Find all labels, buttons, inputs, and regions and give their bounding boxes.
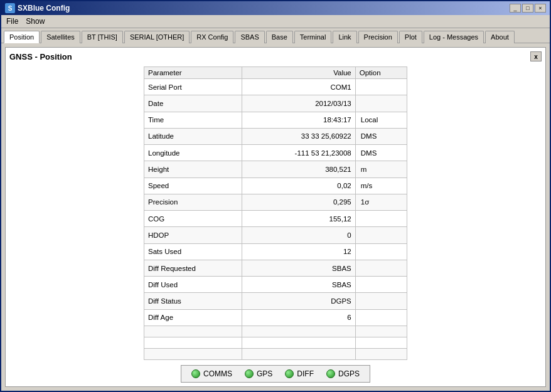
option-cell <box>355 79 407 95</box>
table-row: Latitude 33 33 25,60922 DMS <box>144 128 407 144</box>
dgps-dot <box>326 369 335 378</box>
param-cell: Speed <box>144 177 242 194</box>
value-cell: 6 <box>242 309 355 326</box>
option-cell <box>355 309 407 326</box>
table-wrapper: Parameter Value Option Serial Port COM1 … <box>9 66 542 360</box>
value-cell: DGPS <box>242 293 355 309</box>
tab-sbas[interactable]: SBAS <box>235 31 264 43</box>
option-cell <box>355 260 407 276</box>
tab-bt[interactable]: BT [THIS] <box>82 31 123 43</box>
param-cell: Diff Requested <box>144 260 242 276</box>
value-cell: 12 <box>242 243 355 260</box>
status-comms: COMMS <box>191 369 232 378</box>
col-header-parameter: Parameter <box>144 67 242 79</box>
title-bar: S SXBlue Config _ □ × <box>1 1 550 15</box>
table-row: Height 380,521 m <box>144 161 407 177</box>
maximize-button[interactable]: □ <box>522 4 533 13</box>
menu-show[interactable]: Show <box>23 16 47 26</box>
title-bar-left: S SXBlue Config <box>5 3 70 13</box>
value-cell: 380,521 <box>242 161 355 177</box>
param-cell: Diff Used <box>144 277 242 293</box>
param-cell: Precision <box>144 194 242 210</box>
gps-dot <box>245 369 254 378</box>
tab-about[interactable]: About <box>485 31 515 43</box>
param-cell: Diff Status <box>144 293 242 309</box>
menu-file[interactable]: File <box>4 16 21 26</box>
param-cell: COG <box>144 211 242 227</box>
table-row <box>144 326 407 337</box>
content-area: GNSS - Position x Parameter Value Option <box>1 43 550 391</box>
table-row: Longitude -111 53 21,23008 DMS <box>144 145 407 161</box>
param-cell: Latitude <box>144 128 242 144</box>
value-cell: 155,12 <box>242 211 355 227</box>
option-cell: 1σ <box>355 194 407 210</box>
tab-satellites[interactable]: Satellites <box>41 31 80 43</box>
table-row: Diff Used SBAS <box>144 277 407 293</box>
value-cell: 0,02 <box>242 177 355 194</box>
tab-position[interactable]: Position <box>4 31 40 43</box>
diff-label: DIFF <box>297 369 314 378</box>
table-row: Precision 0,295 1σ <box>144 194 407 210</box>
param-cell: Diff Age <box>144 309 242 326</box>
status-dgps: DGPS <box>326 369 360 378</box>
table-row: Time 18:43:17 Local <box>144 112 407 128</box>
status-gps: GPS <box>245 369 272 378</box>
main-window: S SXBlue Config _ □ × File Show Position… <box>0 0 551 392</box>
tab-terminal[interactable]: Terminal <box>294 31 332 43</box>
option-cell <box>355 293 407 309</box>
comms-label: COMMS <box>203 369 232 378</box>
position-panel: GNSS - Position x Parameter Value Option <box>5 47 546 387</box>
status-panel: COMMS GPS DIFF DGPS <box>181 365 370 383</box>
param-cell: Time <box>144 112 242 128</box>
option-cell: DMS <box>355 128 407 144</box>
col-header-option: Option <box>355 67 407 79</box>
table-row: HDOP 0 <box>144 227 407 243</box>
table-row: Serial Port COM1 <box>144 79 407 95</box>
param-cell: Longitude <box>144 145 242 161</box>
tab-link[interactable]: Link <box>333 31 356 43</box>
tabs-bar: Position Satellites BT [THIS] SERIAL [OT… <box>1 28 550 43</box>
param-cell: Serial Port <box>144 79 242 95</box>
panel-title: GNSS - Position <box>9 52 72 61</box>
table-row: Sats Used 12 <box>144 243 407 260</box>
param-cell: Sats Used <box>144 243 242 260</box>
window-title: SXBlue Config <box>18 4 70 13</box>
value-cell: SBAS <box>242 260 355 276</box>
value-cell: 33 33 25,60922 <box>242 128 355 144</box>
status-bar: COMMS GPS DIFF DGPS <box>9 365 542 383</box>
table-row <box>144 337 407 349</box>
table-row: Date 2012/03/13 <box>144 95 407 112</box>
status-diff: DIFF <box>285 369 314 378</box>
tab-precision[interactable]: Precision <box>358 31 398 43</box>
param-cell: Date <box>144 95 242 112</box>
tab-base[interactable]: Base <box>266 31 293 43</box>
dgps-label: DGPS <box>338 369 360 378</box>
value-cell: 2012/03/13 <box>242 95 355 112</box>
table-row: Diff Requested SBAS <box>144 260 407 276</box>
option-cell <box>355 95 407 112</box>
col-header-value: Value <box>242 67 355 79</box>
value-cell: 0,295 <box>242 194 355 210</box>
panel-close-button[interactable]: x <box>530 51 542 61</box>
option-cell <box>355 243 407 260</box>
panel-title-bar: GNSS - Position x <box>9 51 542 61</box>
close-button[interactable]: × <box>535 4 546 13</box>
window-controls: _ □ × <box>510 4 546 13</box>
option-cell: m <box>355 161 407 177</box>
table-row <box>144 349 407 360</box>
tab-serial[interactable]: SERIAL [OTHER] <box>124 31 190 43</box>
table-row: Speed 0,02 m/s <box>144 177 407 194</box>
tab-log[interactable]: Log - Messages <box>424 31 484 43</box>
value-cell: -111 53 21,23008 <box>242 145 355 161</box>
tab-rxconfig[interactable]: RX Config <box>191 31 233 43</box>
tab-plot[interactable]: Plot <box>399 31 422 43</box>
option-cell <box>355 277 407 293</box>
option-cell: m/s <box>355 177 407 194</box>
data-table: Parameter Value Option Serial Port COM1 … <box>144 66 407 360</box>
table-row: Diff Age 6 <box>144 309 407 326</box>
value-cell: 18:43:17 <box>242 112 355 128</box>
minimize-button[interactable]: _ <box>510 4 521 13</box>
gps-label: GPS <box>257 369 272 378</box>
param-cell: HDOP <box>144 227 242 243</box>
comms-dot <box>191 369 200 378</box>
